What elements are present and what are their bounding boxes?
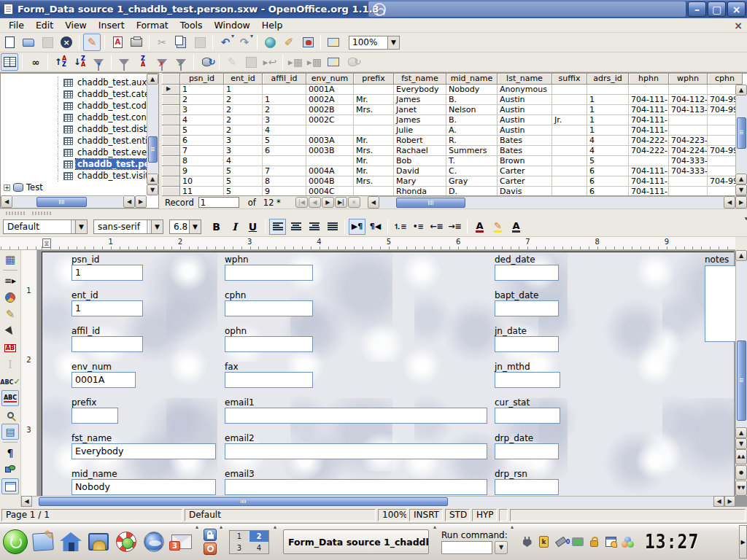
insert-mode-indicator[interactable]: INSRT xyxy=(409,509,443,521)
table-cell[interactable]: 2 xyxy=(180,95,224,105)
maximize-button[interactable]: ▢ xyxy=(708,1,726,17)
scroll-left-icon[interactable]: ◀ xyxy=(713,496,724,507)
tree-item-table[interactable]: chaddb_test.entity xyxy=(1,135,147,147)
align-left-button[interactable] xyxy=(269,219,286,235)
field-input-ophn[interactable] xyxy=(225,336,313,352)
table-cell[interactable] xyxy=(629,156,669,166)
field-input-jn-mthd[interactable] xyxy=(495,372,560,388)
tree-horizontal-scrollbar[interactable]: ◀ ◀ ▶ xyxy=(1,195,147,208)
grid-scroll-track[interactable] xyxy=(735,96,747,174)
field-input-email2[interactable] xyxy=(225,443,487,459)
field-input-mid-name[interactable]: Nobody xyxy=(71,479,216,495)
bold-button[interactable]: B xyxy=(208,219,225,235)
table-cell[interactable]: Carter xyxy=(498,176,552,187)
table-cell[interactable] xyxy=(306,125,354,136)
spellcheck-button[interactable]: ABC xyxy=(1,373,19,389)
table-cell[interactable]: 2 xyxy=(224,105,263,115)
grid-scroll-thumb[interactable] xyxy=(737,117,746,149)
zoom-indicator[interactable]: 100% xyxy=(378,509,407,521)
scroll-up-icon[interactable]: ▲ xyxy=(735,250,747,261)
scroll-up-icon[interactable]: ▲ xyxy=(147,174,158,184)
zoom-combobox[interactable]: 100% ▼ xyxy=(349,36,400,50)
web-browser-button[interactable] xyxy=(140,528,168,556)
table-cell[interactable]: 0004B xyxy=(306,176,354,187)
table-cell[interactable]: 0002C xyxy=(306,115,354,125)
form-functions-button[interactable] xyxy=(1,323,19,339)
field-input-jn-date[interactable] xyxy=(495,336,559,352)
table-cell[interactable]: Rachael xyxy=(394,146,446,156)
zoom-dropdown-icon[interactable]: ▼ xyxy=(387,36,399,49)
field-input-psn-id[interactable]: 1 xyxy=(71,265,143,281)
justify-button[interactable] xyxy=(324,219,341,235)
applet-handle[interactable] xyxy=(274,524,279,560)
table-cell[interactable] xyxy=(708,125,735,136)
table-cell[interactable]: 5 xyxy=(224,187,263,195)
table-row[interactable]: 5 2 4 Julie A. Austin 1 704-111-1 xyxy=(162,125,735,136)
pager-desktop[interactable]: 4 xyxy=(249,542,268,553)
table-cell[interactable]: 4 xyxy=(587,146,629,156)
table-cell[interactable]: 1 xyxy=(263,95,306,105)
table-cell[interactable]: 6 xyxy=(587,176,629,187)
tree-scroll-thumb[interactable] xyxy=(148,136,158,163)
field-input-email1[interactable] xyxy=(225,408,487,424)
menu-item[interactable]: Insert xyxy=(93,18,131,32)
table-cell[interactable]: 8 xyxy=(263,176,306,187)
table-cell[interactable]: Robert xyxy=(394,136,446,146)
table-cell[interactable]: 704-99 xyxy=(708,176,735,187)
table-cell[interactable]: Bates xyxy=(498,136,552,146)
tree-item-table[interactable]: chaddb_test.category xyxy=(1,88,147,100)
row-selector[interactable] xyxy=(162,125,180,136)
tree-item-table[interactable]: chaddb_test.auxiliary xyxy=(1,77,147,88)
close-button[interactable]: × xyxy=(727,1,746,17)
next-record-icon[interactable]: ▶ xyxy=(322,197,334,208)
applet-handle[interactable] xyxy=(220,524,225,560)
power-manager-tray-button[interactable] xyxy=(520,535,534,549)
scroll-left-icon[interactable]: ◀ xyxy=(21,496,32,507)
underline-button[interactable]: U xyxy=(244,219,261,235)
doc-hscroll-track[interactable] xyxy=(32,496,713,507)
table-cell[interactable] xyxy=(669,85,708,95)
table-cell[interactable]: 704-99 xyxy=(708,146,735,156)
desktop-app-button[interactable] xyxy=(85,528,112,556)
table-cell[interactable]: 0004C xyxy=(306,187,354,195)
table-cell[interactable] xyxy=(708,115,735,125)
table-cell[interactable] xyxy=(306,156,354,166)
italic-button[interactable]: I xyxy=(226,219,243,235)
page-style-indicator[interactable]: Default xyxy=(185,509,376,521)
table-row[interactable]: 1 1 0001A Everybody Nobody Anonymous xyxy=(162,85,735,95)
table-cell[interactable]: 704-99 xyxy=(708,105,735,115)
menu-item[interactable]: Tools xyxy=(174,18,209,32)
row-selector[interactable] xyxy=(162,176,180,187)
applet-handle[interactable] xyxy=(196,524,201,560)
table-cell[interactable]: 7 xyxy=(263,166,306,176)
table-cell[interactable]: 8 xyxy=(180,156,224,166)
table-cell[interactable]: 704-222-2 xyxy=(629,136,669,146)
paragraph-style-combobox[interactable]: Default ▼ xyxy=(3,219,88,234)
size-dropdown-icon[interactable]: ▼ xyxy=(189,220,201,233)
pager-desktop[interactable]: 2 xyxy=(249,531,268,542)
table-cell[interactable]: Mr. xyxy=(354,156,394,166)
table-cell[interactable]: 5 xyxy=(224,166,263,176)
hyperlink-mode-indicator[interactable]: HYP xyxy=(472,509,497,521)
minimize-button[interactable]: – xyxy=(688,1,706,17)
table-cell[interactable]: David xyxy=(394,166,446,176)
redo-button[interactable]: ↷ xyxy=(236,34,253,51)
table-cell[interactable]: 704-222-2 xyxy=(629,146,669,156)
table-cell[interactable]: 1 xyxy=(180,85,224,95)
table-cell[interactable] xyxy=(552,85,587,95)
sort-descending-button[interactable]: ↓ZA xyxy=(71,53,88,71)
table-cell[interactable]: 4 xyxy=(587,136,629,146)
table-cell[interactable]: Mary xyxy=(394,176,446,187)
table-row[interactable]: 3 2 2 0002B Mrs. Janet Nelson Austin 1 7… xyxy=(162,105,735,115)
field-input-wphn[interactable] xyxy=(225,265,313,281)
scroll-right-icon[interactable]: ▶ xyxy=(135,195,147,208)
scroll-up-icon[interactable]: ▲ xyxy=(735,427,747,438)
data-to-text-button[interactable] xyxy=(325,53,342,71)
scroll-down-icon[interactable]: ▼ xyxy=(735,438,747,449)
align-right-button[interactable] xyxy=(306,219,322,235)
table-cell[interactable] xyxy=(669,187,708,195)
table-cell[interactable]: 704-111-2 xyxy=(629,166,669,176)
logout-button[interactable] xyxy=(204,542,217,555)
table-cell[interactable]: Mrs. xyxy=(354,105,394,115)
vertical-ruler[interactable]: 123 xyxy=(21,250,37,496)
